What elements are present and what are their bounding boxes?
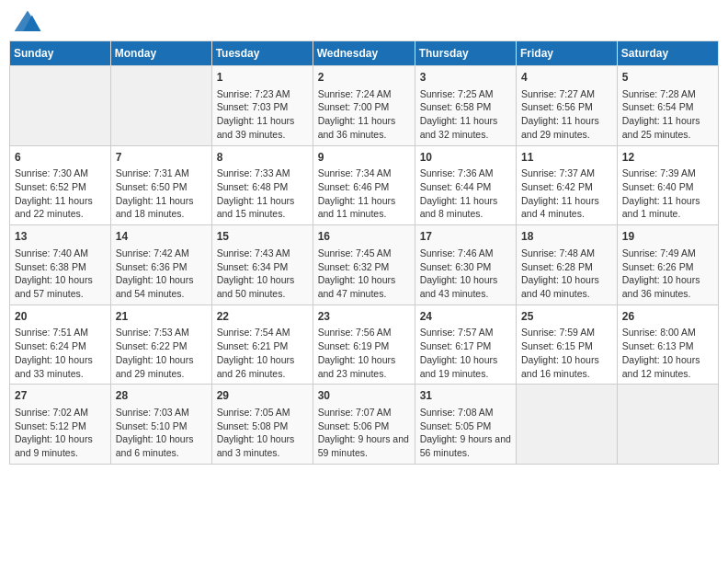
calendar-cell: 1Sunrise: 7:23 AMSunset: 7:03 PMDaylight… xyxy=(211,66,313,146)
calendar-cell: 23Sunrise: 7:56 AMSunset: 6:19 PMDayligh… xyxy=(313,304,415,385)
daylight: Daylight: 10 hours and 19 minutes. xyxy=(420,354,498,379)
day-header-tuesday: Tuesday xyxy=(211,41,313,66)
day-number: 20 xyxy=(15,309,106,325)
sunset: Sunset: 6:32 PM xyxy=(318,261,390,272)
sunset: Sunset: 6:40 PM xyxy=(622,181,694,192)
calendar-week-row: 20Sunrise: 7:51 AMSunset: 6:24 PMDayligh… xyxy=(10,304,719,385)
day-number: 9 xyxy=(318,150,410,166)
sunrise: Sunrise: 7:42 AM xyxy=(116,247,189,259)
daylight: Daylight: 10 hours and 47 minutes. xyxy=(318,274,396,299)
calendar-cell: 21Sunrise: 7:53 AMSunset: 6:22 PMDayligh… xyxy=(110,304,211,385)
sunset: Sunset: 6:19 PM xyxy=(318,340,390,351)
sunrise: Sunrise: 7:28 AM xyxy=(622,88,696,99)
daylight: Daylight: 9 hours and 59 minutes. xyxy=(318,433,409,458)
sunrise: Sunrise: 7:02 AM xyxy=(15,407,88,418)
sunrise: Sunrise: 7:54 AM xyxy=(217,327,290,338)
sunrise: Sunrise: 7:57 AM xyxy=(420,327,494,338)
calendar-week-row: 13Sunrise: 7:40 AMSunset: 6:38 PMDayligh… xyxy=(10,225,719,305)
sunrise: Sunrise: 7:43 AM xyxy=(217,247,290,259)
daylight: Daylight: 10 hours and 9 minutes. xyxy=(15,433,93,458)
calendar-cell: 2Sunrise: 7:24 AMSunset: 7:00 PMDaylight… xyxy=(313,66,415,146)
sunset: Sunset: 6:17 PM xyxy=(420,340,492,351)
daylight: Daylight: 11 hours and 18 minutes. xyxy=(116,195,194,220)
daylight: Daylight: 11 hours and 15 minutes. xyxy=(217,195,295,220)
calendar-week-row: 27Sunrise: 7:02 AMSunset: 5:12 PMDayligh… xyxy=(10,385,719,465)
sunset: Sunset: 6:13 PM xyxy=(622,340,694,351)
calendar-cell: 14Sunrise: 7:42 AMSunset: 6:36 PMDayligh… xyxy=(110,225,211,305)
calendar-cell: 27Sunrise: 7:02 AMSunset: 5:12 PMDayligh… xyxy=(10,385,111,465)
sunset: Sunset: 5:10 PM xyxy=(116,420,188,431)
calendar-week-row: 1Sunrise: 7:23 AMSunset: 7:03 PMDaylight… xyxy=(10,66,719,146)
day-number: 3 xyxy=(420,70,511,86)
calendar-cell xyxy=(617,385,718,465)
sunset: Sunset: 7:00 PM xyxy=(318,101,390,112)
daylight: Daylight: 10 hours and 57 minutes. xyxy=(15,274,93,299)
daylight: Daylight: 10 hours and 12 minutes. xyxy=(622,354,700,379)
daylight: Daylight: 11 hours and 22 minutes. xyxy=(15,195,93,220)
sunrise: Sunrise: 7:37 AM xyxy=(521,167,595,178)
sunset: Sunset: 6:54 PM xyxy=(622,101,694,112)
daylight: Daylight: 11 hours and 29 minutes. xyxy=(521,115,599,140)
calendar-cell: 6Sunrise: 7:30 AMSunset: 6:52 PMDaylight… xyxy=(10,145,111,225)
day-header-thursday: Thursday xyxy=(415,41,516,66)
calendar-cell: 19Sunrise: 7:49 AMSunset: 6:26 PMDayligh… xyxy=(617,225,718,305)
sunrise: Sunrise: 7:59 AM xyxy=(521,327,595,338)
sunrise: Sunrise: 7:51 AM xyxy=(15,327,88,338)
sunrise: Sunrise: 7:30 AM xyxy=(15,167,88,178)
sunset: Sunset: 6:36 PM xyxy=(116,261,188,272)
sunset: Sunset: 6:48 PM xyxy=(217,181,289,192)
daylight: Daylight: 11 hours and 1 minute. xyxy=(622,195,700,220)
sunset: Sunset: 6:38 PM xyxy=(15,261,86,272)
calendar-cell: 22Sunrise: 7:54 AMSunset: 6:21 PMDayligh… xyxy=(211,304,313,385)
daylight: Daylight: 9 hours and 56 minutes. xyxy=(420,433,511,458)
day-number: 25 xyxy=(521,309,612,325)
daylight: Daylight: 10 hours and 36 minutes. xyxy=(622,274,700,299)
calendar-cell: 26Sunrise: 8:00 AMSunset: 6:13 PMDayligh… xyxy=(617,304,718,385)
calendar-cell xyxy=(10,66,111,146)
day-header-sunday: Sunday xyxy=(10,41,111,66)
sunrise: Sunrise: 7:23 AM xyxy=(217,88,290,99)
calendar-cell: 11Sunrise: 7:37 AMSunset: 6:42 PMDayligh… xyxy=(517,145,618,225)
sunrise: Sunrise: 7:33 AM xyxy=(217,167,290,178)
sunrise: Sunrise: 7:39 AM xyxy=(622,167,696,178)
day-number: 7 xyxy=(116,150,207,166)
sunrise: Sunrise: 7:25 AM xyxy=(420,88,494,99)
day-number: 17 xyxy=(420,229,511,245)
day-number: 19 xyxy=(622,229,713,245)
day-number: 31 xyxy=(420,388,511,404)
calendar-cell: 5Sunrise: 7:28 AMSunset: 6:54 PMDaylight… xyxy=(617,66,718,146)
day-header-saturday: Saturday xyxy=(617,41,718,66)
daylight: Daylight: 11 hours and 39 minutes. xyxy=(217,115,295,140)
daylight: Daylight: 11 hours and 32 minutes. xyxy=(420,115,498,140)
sunrise: Sunrise: 7:53 AM xyxy=(116,327,189,338)
sunset: Sunset: 6:56 PM xyxy=(521,101,593,112)
sunset: Sunset: 6:46 PM xyxy=(318,181,390,192)
calendar-cell: 3Sunrise: 7:25 AMSunset: 6:58 PMDaylight… xyxy=(415,66,516,146)
sunset: Sunset: 6:22 PM xyxy=(116,340,188,351)
daylight: Daylight: 10 hours and 16 minutes. xyxy=(521,354,599,379)
day-number: 22 xyxy=(217,309,308,325)
daylight: Daylight: 10 hours and 6 minutes. xyxy=(116,433,194,458)
daylight: Daylight: 10 hours and 3 minutes. xyxy=(217,433,295,458)
calendar-cell: 8Sunrise: 7:33 AMSunset: 6:48 PMDaylight… xyxy=(211,145,313,225)
daylight: Daylight: 10 hours and 43 minutes. xyxy=(420,274,498,299)
calendar-table: SundayMondayTuesdayWednesdayThursdayFrid… xyxy=(9,40,719,465)
daylight: Daylight: 10 hours and 33 minutes. xyxy=(15,354,93,379)
daylight: Daylight: 11 hours and 8 minutes. xyxy=(420,195,498,220)
sunrise: Sunrise: 7:36 AM xyxy=(420,167,494,178)
sunset: Sunset: 5:05 PM xyxy=(420,420,492,431)
sunset: Sunset: 6:42 PM xyxy=(521,181,593,192)
calendar-cell: 31Sunrise: 7:08 AMSunset: 5:05 PMDayligh… xyxy=(415,385,516,465)
calendar-cell: 18Sunrise: 7:48 AMSunset: 6:28 PMDayligh… xyxy=(517,225,618,305)
sunset: Sunset: 6:44 PM xyxy=(420,181,492,192)
sunrise: Sunrise: 7:07 AM xyxy=(318,407,392,418)
daylight: Daylight: 10 hours and 29 minutes. xyxy=(116,354,194,379)
sunset: Sunset: 7:03 PM xyxy=(217,101,289,112)
sunset: Sunset: 5:08 PM xyxy=(217,420,289,431)
calendar-cell xyxy=(517,385,618,465)
sunrise: Sunrise: 7:27 AM xyxy=(521,88,595,99)
sunrise: Sunrise: 7:08 AM xyxy=(420,407,494,418)
daylight: Daylight: 11 hours and 25 minutes. xyxy=(622,115,700,140)
sunset: Sunset: 6:58 PM xyxy=(420,101,492,112)
sunrise: Sunrise: 7:34 AM xyxy=(318,167,392,178)
